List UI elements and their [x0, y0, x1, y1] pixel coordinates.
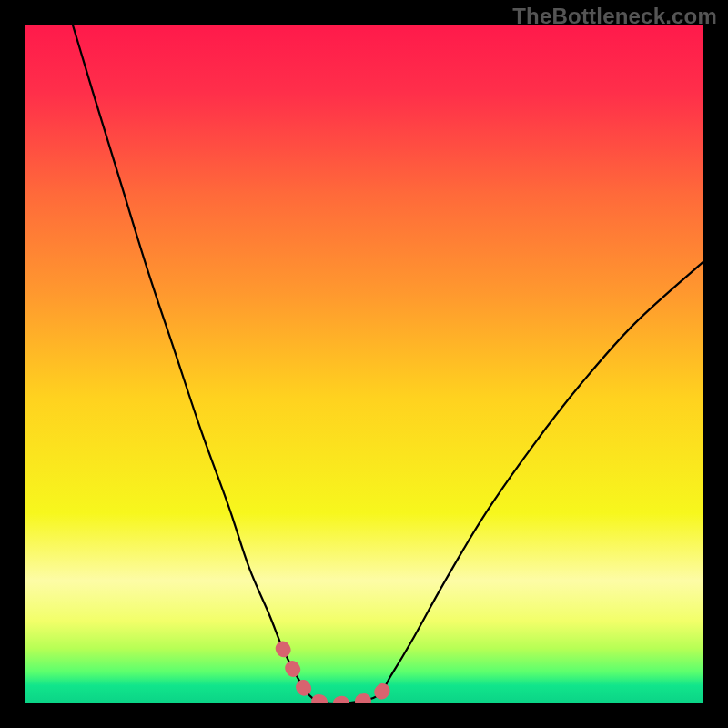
- chart-plot-area: [25, 25, 703, 703]
- chart-frame: TheBottleneck.com: [0, 0, 728, 728]
- chart-background: [25, 25, 703, 703]
- chart-svg: [25, 25, 703, 703]
